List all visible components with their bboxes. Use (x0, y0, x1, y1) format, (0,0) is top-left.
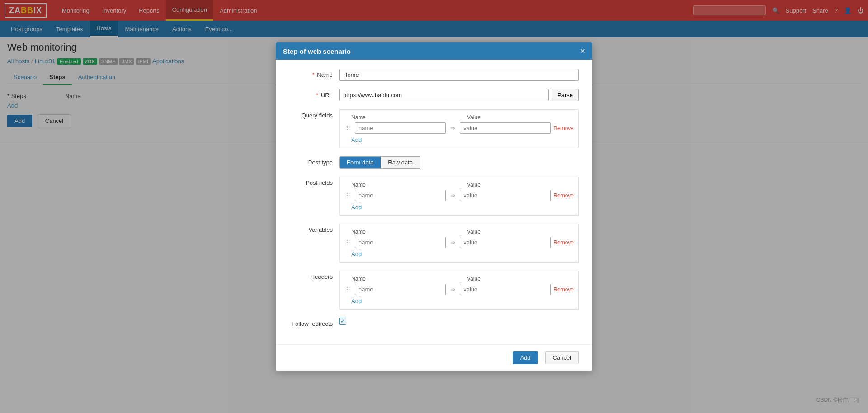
url-input-row: Parse (339, 89, 579, 101)
modal-close-button[interactable]: × (580, 47, 585, 55)
name-required-star: * (312, 71, 315, 78)
post-type-row: Post type Form data Raw data (289, 156, 579, 157)
modal-title: Step of web scenario (283, 47, 351, 55)
query-col-name: Name (351, 114, 467, 121)
query-value-input[interactable] (460, 122, 551, 134)
url-label: * URL (289, 89, 339, 99)
modal-body: * Name * URL Parse (276, 60, 592, 157)
modal-header: Step of web scenario × (276, 42, 592, 60)
name-row: * Name (289, 69, 579, 81)
equals-icon: ⇒ (448, 125, 457, 131)
name-control (339, 69, 579, 81)
query-fields-row: Query fields Name Value ⠿ ⇒ Remo (289, 109, 579, 148)
modal-overlay: Step of web scenario × * Name * URL (0, 0, 868, 157)
url-input[interactable] (339, 89, 549, 101)
drag-handle-icon[interactable]: ⠿ (344, 125, 352, 132)
query-fields-container: Name Value ⠿ ⇒ Remove Add (339, 109, 579, 148)
query-fields-label: Query fields (289, 109, 339, 119)
url-control: Parse (339, 89, 579, 101)
post-type-control: Form data Raw data (339, 156, 579, 157)
query-remove-button[interactable]: Remove (553, 125, 574, 131)
query-col-value: Value (467, 114, 574, 121)
query-fields-control: Name Value ⠿ ⇒ Remove Add (339, 109, 579, 148)
name-label: * Name (289, 69, 339, 78)
post-type-toggle: Form data Raw data (339, 156, 420, 157)
url-required-star: * (316, 92, 318, 99)
query-field-row: ⠿ ⇒ Remove (344, 122, 574, 134)
parse-button[interactable]: Parse (552, 89, 579, 101)
query-add-link[interactable]: Add (351, 136, 574, 143)
post-type-label: Post type (289, 156, 339, 157)
step-modal: Step of web scenario × * Name * URL (276, 42, 592, 157)
url-row: * URL Parse (289, 89, 579, 101)
name-input[interactable] (339, 69, 579, 81)
query-name-input[interactable] (355, 122, 446, 134)
query-fields-header: Name Value (344, 114, 574, 121)
